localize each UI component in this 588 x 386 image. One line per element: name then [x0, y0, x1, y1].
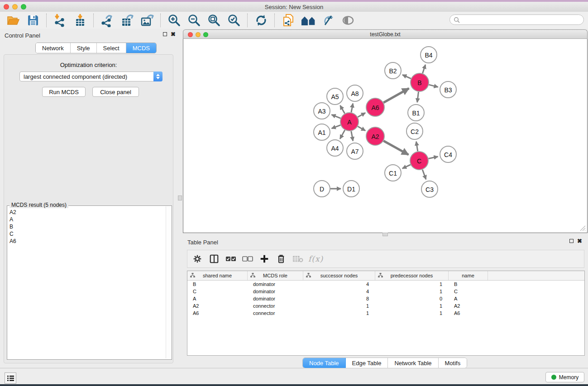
export-table-icon[interactable]	[120, 13, 135, 28]
search-input[interactable]	[460, 16, 583, 24]
apply-layout-icon[interactable]	[253, 13, 269, 28]
close-table-panel-icon[interactable]: ✖	[577, 239, 582, 243]
graph-node-C2[interactable]: C2	[406, 123, 423, 139]
search-field[interactable]	[449, 14, 584, 25]
add-column-icon[interactable]	[258, 253, 271, 265]
table-cell[interactable]: 1	[375, 310, 449, 316]
result-list-item[interactable]: A	[8, 216, 165, 223]
table-cell[interactable]: A6	[449, 310, 488, 316]
table-row[interactable]: A6connector11A6	[187, 310, 584, 317]
float-panel-icon[interactable]	[163, 32, 167, 36]
optimization-dropdown[interactable]: largest connected component (directed)	[19, 71, 163, 81]
table-cell[interactable]: 0	[375, 296, 449, 301]
table-cell[interactable]: 1	[375, 281, 449, 287]
float-table-panel-icon[interactable]	[569, 239, 574, 243]
graph-node-A5[interactable]: A5	[327, 88, 343, 105]
delete-table-icon[interactable]	[292, 253, 304, 265]
graph-node-A7[interactable]: A7	[347, 143, 363, 159]
table-cell[interactable]: dominator	[248, 296, 303, 301]
graph-node-A6[interactable]: A6	[366, 98, 384, 116]
column-header-predecessor-nodes[interactable]: predecessor nodes	[375, 271, 449, 280]
graph-node-C3[interactable]: C3	[421, 181, 438, 197]
table-cell[interactable]: connector	[248, 303, 303, 309]
table-cell[interactable]: 4	[303, 281, 375, 287]
column-header-shared-name[interactable]: shared name	[187, 271, 248, 280]
table-cell[interactable]: dominator	[248, 289, 303, 294]
graph-node-C[interactable]: C	[410, 152, 428, 170]
graph-node-B4[interactable]: B4	[421, 47, 437, 63]
tab-motifs[interactable]: Motifs	[439, 358, 467, 368]
table-cell[interactable]: A6	[187, 310, 248, 316]
import-network-icon[interactable]	[53, 13, 68, 28]
task-history-button[interactable]	[5, 372, 16, 384]
show-columns-icon[interactable]	[208, 253, 220, 265]
import-table-icon[interactable]	[72, 13, 88, 28]
zoom-out-icon[interactable]	[186, 13, 202, 28]
table-cell[interactable]: 4	[303, 289, 375, 294]
trash-icon[interactable]	[275, 253, 287, 265]
column-header-MCDS-role[interactable]: MCDS role	[248, 271, 303, 280]
unselect-all-icon[interactable]	[241, 253, 254, 265]
select-all-icon[interactable]	[225, 253, 237, 265]
result-list-scrollbar[interactable]	[166, 206, 172, 358]
function-builder-icon[interactable]: f(x)	[308, 254, 323, 263]
table-cell[interactable]: C	[449, 289, 488, 294]
graph-node-B1[interactable]: B1	[408, 105, 424, 121]
table-row[interactable]: Cdominator41C	[187, 288, 584, 295]
table-row[interactable]: Adominator80A	[187, 295, 584, 302]
table-row[interactable]: A2connector11A2	[187, 302, 584, 310]
table-cell[interactable]: C	[187, 289, 248, 294]
graph-node-B3[interactable]: B3	[440, 81, 456, 98]
table-row[interactable]: Bdominator41B	[187, 281, 584, 288]
graph-node-A4[interactable]: A4	[327, 140, 343, 156]
table-cell[interactable]: B	[449, 281, 488, 287]
hide-style-icon[interactable]	[320, 13, 336, 28]
graph-node-A8[interactable]: A8	[347, 85, 363, 101]
table-cell[interactable]: 1	[375, 303, 449, 309]
horizontal-split-handle[interactable]	[382, 233, 388, 236]
table-cell[interactable]: B	[187, 281, 248, 287]
result-list-item[interactable]: A2	[8, 209, 165, 216]
table-cell[interactable]: A2	[187, 303, 248, 309]
table-cell[interactable]: connector	[248, 310, 303, 316]
tab-style[interactable]: Style	[71, 43, 97, 53]
export-network-icon[interactable]	[100, 13, 115, 28]
zoom-in-icon[interactable]	[167, 13, 182, 28]
result-list-item[interactable]: A6	[8, 238, 165, 245]
zoom-fit-icon[interactable]	[206, 13, 222, 28]
memory-button[interactable]: Memory	[545, 372, 584, 382]
graph-node-B[interactable]: B	[411, 73, 429, 91]
table-cell[interactable]: 1	[303, 310, 375, 316]
table-cell[interactable]: 1	[375, 289, 449, 294]
table-cell[interactable]: 1	[303, 303, 375, 309]
graph-node-D[interactable]: D	[314, 181, 330, 197]
graph-node-A[interactable]: A	[340, 113, 359, 131]
graph-node-A1[interactable]: A1	[314, 124, 330, 140]
close-panel-button[interactable]: Close panel	[92, 87, 139, 97]
graph-node-D1[interactable]: D1	[343, 181, 359, 197]
result-list-item[interactable]: C	[8, 230, 165, 238]
graph-node-C1[interactable]: C1	[385, 165, 401, 181]
clone-network-icon[interactable]	[281, 13, 296, 28]
mcds-result-list[interactable]: A2ABCA6	[8, 209, 165, 356]
tab-network[interactable]: Network	[36, 43, 71, 53]
table-cell[interactable]: A2	[449, 303, 488, 309]
tab-node-table[interactable]: Node Table	[303, 358, 346, 368]
column-header-name[interactable]: name	[449, 271, 488, 280]
close-panel-icon[interactable]: ✖	[171, 32, 176, 36]
tab-select[interactable]: Select	[97, 43, 126, 53]
graph-node-A3[interactable]: A3	[314, 103, 330, 119]
zoom-selected-icon[interactable]	[226, 13, 242, 28]
graph-node-B2[interactable]: B2	[385, 62, 401, 79]
result-list-item[interactable]: B	[8, 223, 165, 230]
home-networks-icon[interactable]	[301, 13, 316, 28]
table-cell[interactable]: 8	[303, 296, 375, 301]
tab-mcds[interactable]: MCDS	[126, 43, 156, 53]
network-window-titlebar[interactable]: testGlobe.txt	[183, 29, 588, 39]
eye-icon[interactable]	[340, 13, 356, 28]
graph-node-A2[interactable]: A2	[366, 127, 384, 145]
open-folder-icon[interactable]	[5, 13, 21, 28]
graph-node-C4[interactable]: C4	[440, 146, 456, 162]
export-image-icon[interactable]	[139, 13, 155, 28]
tab-edge-table[interactable]: Edge Table	[346, 358, 388, 368]
